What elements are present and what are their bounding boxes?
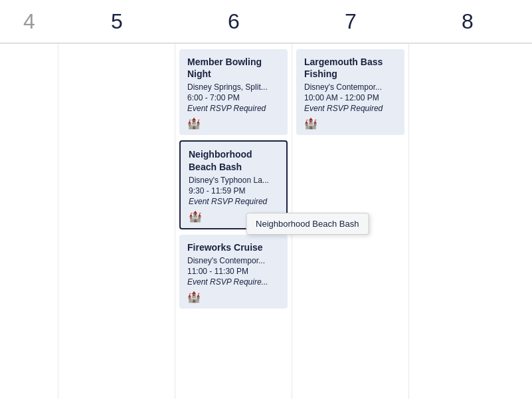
mickey-icon-bowling: 🏰 bbox=[187, 117, 280, 130]
event-title-beach-bash: Neighborhood Beach Bash bbox=[189, 148, 278, 172]
event-rsvp-bowling: Event RSVP Required bbox=[187, 104, 280, 113]
event-rsvp-beach-bash: Event RSVP Required bbox=[189, 197, 278, 206]
calendar-wrapper: 4 5 6 7 8 Member Bowling Night Disney Sp… bbox=[0, 0, 532, 399]
day-7: 7 bbox=[292, 5, 409, 37]
col-6-events: Member Bowling Night Disney Springs, Spl… bbox=[175, 44, 292, 399]
mickey-icon-fireworks: 🏰 bbox=[187, 291, 280, 303]
day-headers: 4 5 6 7 8 bbox=[0, 0, 532, 43]
col-4-spacer bbox=[0, 44, 58, 399]
event-time-fireworks: 11:00 - 11:30 PM bbox=[187, 267, 280, 276]
event-card-bowling[interactable]: Member Bowling Night Disney Springs, Spl… bbox=[179, 49, 288, 135]
event-time-bowling: 6:00 - 7:00 PM bbox=[187, 93, 280, 102]
beach-bash-tooltip: Neighborhood Beach Bash bbox=[246, 213, 369, 235]
mickey-icon-fishing: 🏰 bbox=[304, 117, 397, 130]
event-location-fireworks: Disney's Contempor... bbox=[187, 256, 280, 265]
day-8: 8 bbox=[409, 5, 526, 37]
event-rsvp-fireworks: Event RSVP Require... bbox=[187, 277, 280, 287]
calendar-grid: Member Bowling Night Disney Springs, Spl… bbox=[0, 43, 532, 399]
event-location-beach-bash: Disney's Typhoon La... bbox=[189, 176, 278, 185]
event-time-beach-bash: 9:30 - 11:59 PM bbox=[189, 186, 278, 196]
col-8-events bbox=[409, 44, 526, 399]
event-card-fireworks[interactable]: Fireworks Cruise Disney's Contempor... 1… bbox=[179, 235, 288, 309]
event-title-fireworks: Fireworks Cruise bbox=[187, 241, 280, 253]
event-location-bowling: Disney Springs, Split... bbox=[187, 82, 280, 92]
day-5: 5 bbox=[58, 5, 175, 37]
event-location-fishing: Disney's Contempor... bbox=[304, 82, 397, 92]
event-title-fishing: Largemouth Bass Fishing bbox=[304, 56, 397, 80]
event-rsvp-fishing: Event RSVP Required bbox=[304, 104, 397, 113]
event-card-fishing[interactable]: Largemouth Bass Fishing Disney's Contemp… bbox=[296, 49, 404, 135]
col-5-events bbox=[58, 44, 175, 399]
day-4: 4 bbox=[0, 5, 58, 37]
event-title-bowling: Member Bowling Night bbox=[187, 56, 280, 80]
day-6: 6 bbox=[175, 5, 292, 37]
event-time-fishing: 10:00 AM - 12:00 PM bbox=[304, 93, 397, 102]
event-card-beach-bash[interactable]: Neighborhood Beach Bash Disney's Typhoon… bbox=[179, 140, 288, 229]
